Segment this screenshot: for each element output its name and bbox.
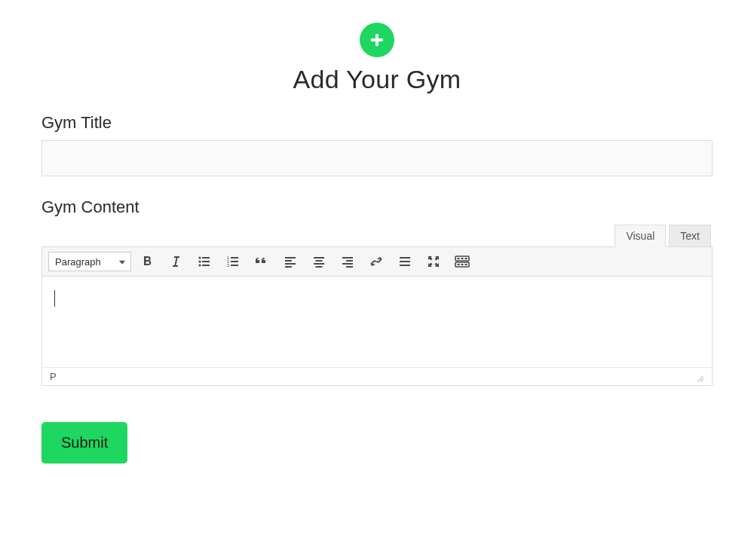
svg-rect-38 [458,264,460,265]
svg-rect-17 [285,266,292,268]
page-title: Add Your Gym [41,65,713,94]
gym-title-input[interactable] [41,140,713,176]
svg-rect-39 [461,264,464,265]
svg-rect-24 [342,263,353,265]
tab-visual[interactable]: Visual [615,225,666,247]
svg-rect-13 [231,265,238,266]
numbered-list-icon[interactable]: 123 [225,253,241,270]
fullscreen-icon[interactable] [425,253,442,270]
add-icon [360,23,394,57]
svg-point-6 [198,264,201,266]
editor-toolbar: Paragraph 123 [42,247,712,277]
svg-rect-14 [285,257,296,259]
svg-rect-16 [285,263,296,265]
svg-rect-20 [314,263,324,265]
gym-title-label: Gym Title [41,113,713,133]
svg-rect-7 [202,265,210,266]
svg-rect-29 [400,261,403,262]
align-center-icon[interactable] [311,253,327,270]
submit-button[interactable]: Submit [41,422,127,464]
svg-text:3: 3 [227,263,229,268]
svg-point-2 [198,256,201,259]
svg-rect-32 [400,265,410,266]
format-select-label: Paragraph [55,256,101,268]
svg-rect-21 [316,266,323,268]
svg-rect-35 [461,258,464,259]
bulleted-list-icon[interactable] [196,253,213,270]
svg-rect-36 [465,258,467,259]
svg-rect-3 [202,257,210,259]
svg-point-4 [198,260,201,262]
align-right-icon[interactable] [339,253,356,270]
svg-rect-18 [314,257,324,259]
svg-rect-40 [465,264,467,265]
svg-rect-15 [285,260,292,262]
editor-status-path: P [50,371,57,382]
format-select[interactable]: Paragraph [48,252,131,271]
text-cursor [54,290,55,307]
editor-textarea[interactable] [42,277,712,367]
svg-rect-26 [400,257,410,259]
gym-content-label: Gym Content [41,197,713,217]
bold-icon[interactable] [139,253,155,270]
svg-rect-19 [316,260,323,262]
svg-rect-31 [407,261,410,262]
tab-text[interactable]: Text [669,225,711,247]
svg-rect-34 [458,258,460,259]
svg-rect-23 [346,260,353,262]
insert-more-icon[interactable] [397,253,413,270]
toolbar-toggle-icon[interactable] [454,253,470,270]
svg-rect-1 [371,38,383,41]
svg-rect-25 [346,266,353,268]
align-left-icon[interactable] [282,253,299,270]
svg-rect-30 [403,261,406,262]
svg-rect-9 [231,257,238,259]
svg-rect-22 [342,257,353,259]
svg-rect-11 [231,261,238,262]
svg-rect-5 [202,261,210,262]
editor: Paragraph 123 [41,246,713,386]
italic-icon[interactable] [167,253,184,270]
link-icon[interactable] [368,253,385,270]
resize-handle-icon[interactable] [694,372,704,382]
blockquote-icon[interactable] [253,253,270,270]
